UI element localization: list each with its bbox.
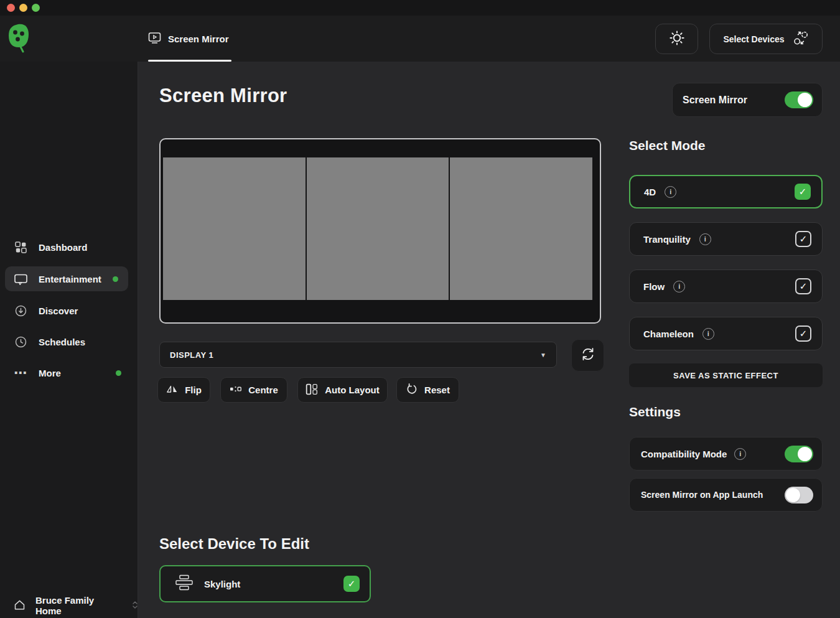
setting-label: Screen Mirror on App Launch <box>641 490 763 500</box>
titlebar <box>0 0 840 16</box>
select-devices-label: Select Devices <box>723 34 784 44</box>
brightness-button[interactable] <box>655 24 698 54</box>
check-icon: ✓ <box>800 281 808 292</box>
centre-button[interactable]: Centre <box>220 377 287 403</box>
info-icon[interactable]: i <box>665 186 676 198</box>
select-devices-button[interactable]: Select Devices <box>709 24 823 54</box>
setting-mirror-on-launch: Screen Mirror on App Launch <box>629 478 823 512</box>
auto-layout-label: Auto Layout <box>325 385 380 395</box>
setting-compatibility-mode: Compatibility Mode i <box>629 437 823 471</box>
display-dropdown-value: DISPLAY 1 <box>170 350 213 360</box>
save-static-effect-button[interactable]: SAVE AS STATIC EFFECT <box>629 363 823 387</box>
nanoleaf-logo-icon <box>6 22 31 55</box>
auto-layout-icon <box>306 383 318 397</box>
home-selector[interactable]: Bruce Family Home <box>0 593 138 618</box>
device-selected-checkbox[interactable]: ✓ <box>343 576 360 592</box>
flip-icon <box>166 383 178 396</box>
flip-button[interactable]: Flip <box>157 377 210 403</box>
screen-mirror-tab-icon <box>148 32 161 46</box>
preview-panel[interactable] <box>450 157 592 300</box>
mode-card-chameleon[interactable]: Chameleon i ✓ <box>629 317 823 350</box>
sidebar-item-entertainment[interactable]: Entertainment <box>5 266 128 291</box>
mode-label: Chameleon <box>643 329 694 339</box>
device-section-title: Select Device To Edit <box>159 535 309 553</box>
home-icon <box>14 599 26 612</box>
device-sync-icon <box>793 30 809 48</box>
reset-icon <box>406 383 418 397</box>
centre-align-icon <box>230 383 241 396</box>
mode-label: Flow <box>643 281 665 292</box>
toggle-knob <box>786 488 800 502</box>
screen-preview[interactable] <box>159 138 601 324</box>
device-card-skylight[interactable]: Skylight ✓ <box>159 565 371 602</box>
centre-label: Centre <box>248 385 278 395</box>
info-icon[interactable]: i <box>702 328 714 340</box>
brightness-sun-icon <box>668 29 686 49</box>
display-dropdown[interactable]: DISPLAY 1 ▼ <box>159 342 557 368</box>
sidebar-item-schedules[interactable]: Schedules <box>0 329 138 354</box>
more-ellipsis-icon: ⋯ <box>14 370 27 376</box>
refresh-icon <box>581 347 595 364</box>
mode-card-flow[interactable]: Flow i ✓ <box>629 269 823 303</box>
close-button[interactable] <box>7 4 15 12</box>
active-tab-indicator <box>148 60 231 62</box>
header: Screen Mirror Select Devices <box>0 16 840 62</box>
mode-checkbox[interactable]: ✓ <box>795 278 811 294</box>
mode-card-tranquility[interactable]: Tranquility i ✓ <box>629 222 823 256</box>
mode-checkbox[interactable]: ✓ <box>795 184 811 200</box>
mode-card-4d[interactable]: 4D i ✓ <box>629 175 823 208</box>
more-status-dot <box>116 370 121 376</box>
mode-label: 4D <box>644 187 656 197</box>
sidebar-item-more[interactable]: ⋯ More <box>0 360 138 385</box>
sidebar-item-label: More <box>39 368 61 378</box>
check-icon: ✓ <box>800 233 808 245</box>
check-icon: ✓ <box>348 578 356 589</box>
sidebar-item-label: Dashboard <box>39 242 87 253</box>
page-title: Screen Mirror <box>159 85 287 107</box>
info-icon[interactable]: i <box>734 448 746 460</box>
sidebar-item-discover[interactable]: Discover <box>0 298 138 323</box>
tab-label: Screen Mirror <box>168 34 229 44</box>
flip-label: Flip <box>185 385 202 395</box>
home-name-label: Bruce Family Home <box>35 595 118 616</box>
compatibility-mode-toggle[interactable] <box>785 446 813 462</box>
info-icon[interactable]: i <box>699 233 711 245</box>
entertainment-icon <box>14 273 27 285</box>
toggle-knob <box>798 93 812 107</box>
info-icon[interactable]: i <box>673 281 685 293</box>
discover-icon <box>14 305 27 317</box>
device-name-label: Skylight <box>204 579 240 589</box>
minimize-button[interactable] <box>19 4 27 12</box>
mode-checkbox[interactable]: ✓ <box>795 231 811 247</box>
zoom-button[interactable] <box>32 4 40 12</box>
app-window: Screen Mirror Select Devices <box>0 0 840 618</box>
refresh-displays-button[interactable] <box>571 339 604 372</box>
settings-title: Settings <box>629 405 681 419</box>
sidebar: Dashboard Entertainment Discover <box>0 62 138 618</box>
chevron-down-icon: ▼ <box>540 352 546 358</box>
preview-panel[interactable] <box>163 157 306 300</box>
dashboard-icon <box>14 241 27 253</box>
sidebar-item-label: Schedules <box>39 337 85 347</box>
skylight-device-icon <box>174 574 194 593</box>
screen-mirror-toggle[interactable] <box>785 91 813 108</box>
preview-panels <box>163 157 592 300</box>
sidebar-item-dashboard[interactable]: Dashboard <box>0 235 138 260</box>
screen-mirror-toggle-card: Screen Mirror <box>672 83 823 117</box>
sidebar-item-label: Discover <box>39 306 78 316</box>
reset-label: Reset <box>424 385 450 395</box>
check-icon: ✓ <box>800 328 808 339</box>
check-icon: ✓ <box>799 186 807 197</box>
mirror-on-launch-toggle[interactable] <box>785 487 813 503</box>
preview-panel[interactable] <box>307 157 449 300</box>
select-mode-title: Select Mode <box>629 138 706 153</box>
screen-mirror-toggle-label: Screen Mirror <box>683 95 747 106</box>
reset-button[interactable]: Reset <box>396 377 459 403</box>
tab-screen-mirror[interactable]: Screen Mirror <box>148 16 229 62</box>
chevron-updown-icon <box>132 600 138 612</box>
auto-layout-button[interactable]: Auto Layout <box>297 377 388 403</box>
toggle-knob <box>798 447 812 461</box>
entertainment-status-dot <box>113 276 118 282</box>
schedules-clock-icon <box>14 336 27 348</box>
mode-checkbox[interactable]: ✓ <box>795 325 811 342</box>
